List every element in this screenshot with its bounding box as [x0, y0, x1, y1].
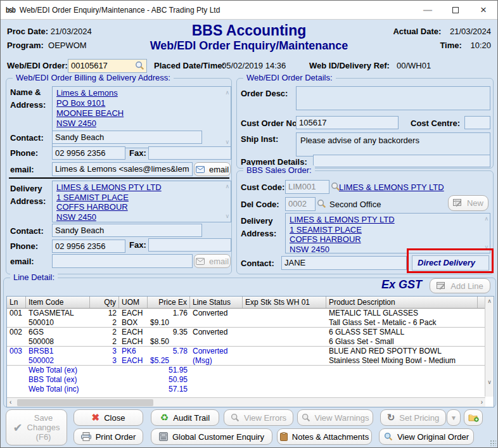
line-row[interactable]: 0026GS2EACH9.35Converted6 GLASS SET SMAL…	[7, 328, 494, 337]
close-button[interactable]: ✖ Close	[73, 409, 143, 426]
billing-email-input[interactable]: Limes & Lemons <sales@limes&lem	[52, 162, 193, 176]
total-cell	[7, 375, 26, 385]
checkmark-icon: ✔	[13, 421, 22, 435]
scroll-up-icon[interactable]: ∧	[485, 297, 494, 304]
delivery-phone-input[interactable]: 02 9956 2356	[52, 240, 125, 253]
cell-price: $5.25	[148, 356, 190, 365]
column-header[interactable]: Ln	[7, 297, 26, 308]
total-cell: Web Total (inc)	[26, 385, 148, 394]
line-detail-title: Line Detail:	[10, 272, 58, 282]
billing-email-button[interactable]: email	[194, 162, 231, 176]
cust-order-input[interactable]: 105617	[296, 116, 399, 129]
column-header[interactable]: Exp Stk Sts WH 01	[243, 297, 326, 308]
actual-date-value: 21/03/2024	[450, 27, 491, 36]
order-search-icon[interactable]	[135, 61, 144, 70]
print-order-button[interactable]: Print Order	[73, 428, 143, 445]
webid-label: Web ID/Delivery Ref:	[309, 61, 390, 70]
maximize-button[interactable]	[442, 1, 469, 20]
address-link[interactable]: Limes & Lemons	[56, 88, 227, 98]
audit-trail-button[interactable]: ♻ Audit Trail	[151, 409, 219, 426]
view-original-order-button[interactable]: View Original Order	[379, 428, 474, 445]
address-link[interactable]: NSW 2450	[56, 212, 227, 222]
delivery-contact-label: Contact:	[10, 226, 44, 236]
address-link[interactable]: NSW 2450	[290, 245, 486, 254]
notes-attachments-button[interactable]: Notes & Attachments	[277, 428, 372, 445]
delivery-address-box[interactable]: ∧ ∨ LIMES & LEMONS PTY LTD1 SEAMIST PLAC…	[52, 181, 231, 222]
horizontal-scroll-thumb[interactable]	[17, 399, 153, 406]
view-errors-button: View Errors	[224, 409, 293, 426]
close-window-button[interactable]: ×	[469, 1, 497, 20]
address-link[interactable]: MOONEE BEACH	[56, 108, 227, 118]
address-link[interactable]: COFFS HARBOUR	[56, 202, 227, 212]
address-link[interactable]: NSW 2450	[56, 118, 227, 129]
column-header[interactable]: Line Status	[190, 297, 243, 308]
vertical-scrollbar[interactable]: ∧ ∨	[485, 297, 494, 397]
scroll-up-icon[interactable]: ∧	[225, 87, 229, 98]
billing-contact-input[interactable]: Sandy Beach	[52, 131, 202, 144]
line-row[interactable]: 001TGASMETAL12EACH1.76ConvertedMETALIC T…	[7, 309, 494, 318]
cell-price: 5.78	[148, 347, 190, 356]
billing-phone-input[interactable]: 02 9956 2356	[52, 146, 125, 160]
scroll-down-icon[interactable]: ∨	[225, 212, 229, 222]
ship-inst-input[interactable]: Please advise of any backorders	[296, 132, 490, 157]
placed-label: Placed Date/Time:	[154, 61, 225, 70]
scroll-up-icon[interactable]: ∧	[225, 182, 229, 192]
new-icon	[453, 199, 463, 207]
folder-plus-icon	[468, 413, 479, 422]
column-header[interactable]: Price Ex	[148, 297, 190, 308]
address-link[interactable]: 1 SEAMIST PLACE	[56, 193, 227, 203]
address-link[interactable]: COFFS HARBOUR	[290, 234, 486, 245]
cell-uom: BOX	[119, 318, 148, 327]
address-link[interactable]: LIMES & LEMONS PTY LTD	[56, 182, 227, 193]
payment-details-input[interactable]	[313, 155, 490, 167]
title-bar: bsb Web/EDI Order Enquiry/Maintenance - …	[1, 1, 497, 20]
address-link[interactable]: LIMES & LEMONS PTY LTD	[290, 215, 486, 225]
ex-gst-label: Ex GST	[381, 278, 422, 291]
cell-desc: Stainless Steel Mixing Bowl - Medium	[326, 356, 478, 365]
cell-uom: PK6	[119, 347, 148, 356]
address-link[interactable]: 1 SEAMIST PLACE	[290, 225, 486, 235]
resize-grip[interactable]	[490, 440, 496, 446]
bbs-contact-input[interactable]: JANE	[281, 256, 407, 270]
delivery-email-input[interactable]	[52, 254, 193, 268]
new-button: New	[448, 195, 488, 211]
total-cell: BBS Total (ex)	[26, 375, 148, 385]
cell-price: $8.50	[148, 337, 190, 346]
scroll-down-icon[interactable]: ∨	[485, 379, 494, 385]
column-header[interactable]: Qty	[90, 297, 119, 308]
bbs-delivery-address-box[interactable]: ∧ ∨ LIMES & LEMONS PTY LTD1 SEAMIST PLAC…	[285, 213, 490, 253]
open-folder-button[interactable]	[464, 409, 483, 426]
scroll-left-icon[interactable]: ‹	[10, 399, 11, 406]
line-row-continuation[interactable]: 5000082EACH$8.506 Glass Set - Small	[7, 337, 494, 347]
del-code-input[interactable]: 0002	[285, 197, 316, 211]
global-customer-enquiry-button[interactable]: Global Customer Enquiry	[151, 428, 272, 445]
minimize-button[interactable]: —	[414, 1, 442, 20]
cell-item: TGASMETAL	[26, 309, 90, 318]
column-header[interactable]: Item Code	[26, 297, 90, 308]
scroll-up-icon[interactable]: ∧	[484, 214, 488, 224]
cell-ln: 002	[7, 328, 26, 337]
line-row[interactable]: 003BRSB13PK65.78ConvertedBLUE AND RED SP…	[7, 347, 494, 356]
cost-centre-label: Cost Centre:	[411, 118, 460, 128]
column-header[interactable]: UOM	[119, 297, 148, 308]
delivery-contact-input[interactable]: Sandy Beach	[52, 224, 202, 237]
line-row-continuation[interactable]: 5000023EACH$5.25(Msg)Stainless Steel Mix…	[7, 356, 494, 366]
delivery-fax-label: Fax:	[129, 240, 146, 250]
delivery-fax-input[interactable]	[148, 238, 231, 252]
cell-status	[190, 318, 243, 327]
scroll-down-icon[interactable]: ∨	[484, 243, 488, 253]
order-desc-input[interactable]	[296, 86, 490, 110]
line-row-continuation[interactable]: 5000102BOX$9.10Tall Glass Set - Metalic …	[7, 318, 494, 328]
magnifier-icon	[384, 432, 393, 441]
column-header[interactable]: Product Description	[326, 297, 478, 308]
cost-centre-input[interactable]	[464, 116, 490, 129]
scroll-down-icon[interactable]: ∨	[225, 137, 229, 147]
del-code-search-icon[interactable]	[317, 199, 326, 208]
cust-code-link[interactable]: LIMES & LEMONS PTY LTD	[339, 182, 444, 192]
horizontal-scrollbar[interactable]: ‹ ›	[7, 397, 485, 407]
billing-fax-input[interactable]	[148, 146, 231, 160]
address-link[interactable]: PO Box 9101	[56, 98, 227, 108]
scroll-right-icon[interactable]: ›	[481, 399, 483, 406]
cust-code-input[interactable]: LIM001	[285, 180, 329, 194]
cell-ln	[7, 318, 26, 327]
